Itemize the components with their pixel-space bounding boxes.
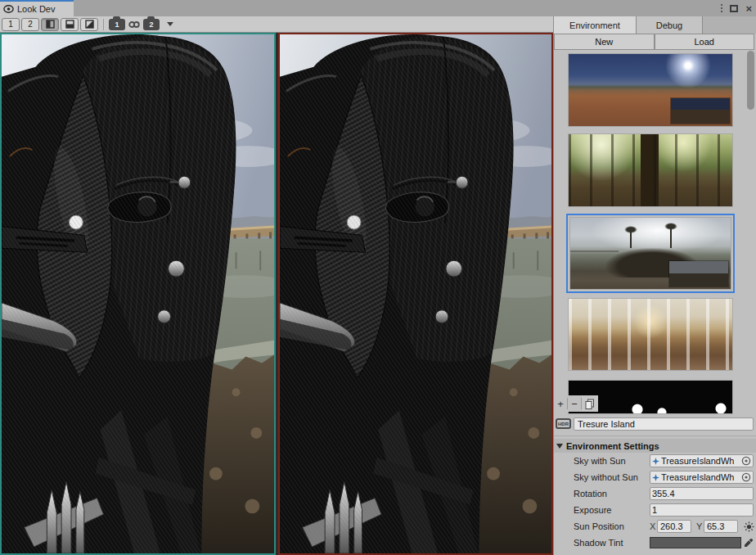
load-environment-button[interactable]: Load	[655, 34, 755, 50]
toolbar-separator	[103, 19, 104, 30]
hdr-badge-icon: HDR	[556, 418, 571, 429]
y-axis-label: Y	[696, 521, 702, 531]
object-picker-icon[interactable]	[741, 456, 751, 466]
tab-environment[interactable]: Environment	[554, 16, 637, 34]
camera-options-dropdown[interactable]	[161, 22, 179, 26]
lookdev-toolbar: 1 2 1	[0, 16, 553, 33]
env-thumbnail-church-interior[interactable]	[569, 299, 732, 370]
exposure-row: Exposure 1	[554, 503, 756, 518]
thumbnail-palm-tree	[670, 227, 672, 248]
sky-with-sun-object-field[interactable]: TreasureIslandWh	[650, 454, 754, 467]
env-thumbnail-desert-sun-inset	[671, 98, 730, 124]
tab-strip-filler	[703, 16, 756, 34]
render-view-2[interactable]	[278, 33, 553, 555]
environment-name-field[interactable]: Tresure Island	[574, 417, 754, 431]
x-axis-label: X	[650, 521, 655, 531]
close-icon[interactable]: ×	[745, 3, 752, 14]
side-by-side-view-button[interactable]	[41, 18, 59, 31]
shadow-tint-eyedropper-button[interactable]	[743, 537, 754, 548]
link-cameras-button[interactable]	[127, 20, 142, 29]
env-thumbnail-selected-border	[566, 214, 735, 293]
split-horizontal-icon	[65, 20, 74, 29]
hdr-name-row: HDR Tresure Island	[554, 417, 756, 433]
exposure-field[interactable]: 1	[650, 503, 754, 517]
texture-asset-icon	[652, 458, 659, 465]
chevron-down-icon	[167, 22, 173, 26]
title-bar: Look Dev ×	[0, 0, 756, 16]
sky-without-sun-object-field[interactable]: TreasureIslandWh	[650, 471, 754, 484]
shadow-tint-color-swatch[interactable]	[650, 537, 741, 548]
env-thumbnail-treasure-island-inset	[669, 261, 728, 287]
sun-position-row: Sun Position X 260.3 Y 65.3	[554, 520, 756, 535]
sun-position-y-field[interactable]: 65.3	[704, 520, 738, 533]
env-thumbnail-desert-sun[interactable]	[569, 54, 732, 126]
split-vertical-icon	[46, 20, 55, 29]
sun-position-picker-button[interactable]	[743, 521, 754, 532]
env-thumbnail-treasure-island[interactable]	[570, 218, 731, 289]
lookdev-viewport	[0, 33, 553, 555]
eye-icon	[3, 5, 14, 13]
sky-without-sun-row: Sky without Sun TreasureIslandWh	[554, 471, 756, 485]
render-view-1[interactable]	[0, 33, 276, 555]
single-view-1-button[interactable]: 1	[2, 18, 20, 31]
object-picker-icon[interactable]	[741, 472, 751, 482]
environment-list-toolbar: + −	[554, 395, 598, 412]
tab-look-dev[interactable]: Look Dev	[0, 0, 74, 16]
eyedropper-icon	[744, 538, 754, 548]
environment-settings-header[interactable]: Environment Settings	[554, 439, 756, 453]
add-environment-button[interactable]: +	[554, 395, 567, 412]
panel-tab-strip: Environment Debug	[554, 16, 756, 34]
texture-asset-icon	[652, 474, 659, 481]
window-menu-icon[interactable]	[721, 4, 722, 12]
maximize-icon[interactable]	[730, 5, 738, 12]
remove-environment-button[interactable]: −	[568, 395, 581, 412]
thumbnail-palm-tree	[630, 230, 632, 248]
camera-2-button[interactable]: 2	[143, 19, 160, 30]
sun-icon	[744, 521, 754, 532]
sky-with-sun-row: Sky with Sun TreasureIslandWh	[554, 454, 756, 469]
duplicate-environment-button[interactable]	[582, 395, 598, 412]
rotation-row: Rotation 355.4	[554, 487, 756, 502]
sun-position-x-field[interactable]: 260.3	[657, 520, 691, 533]
environment-panel: Environment Debug New Load	[553, 16, 756, 555]
env-thumbnail-forest[interactable]	[569, 134, 732, 206]
split-horizontal-view-button[interactable]	[61, 18, 79, 31]
panel-scrollbar[interactable]	[747, 51, 754, 110]
window-tab-title: Look Dev	[17, 4, 55, 14]
single-view-2-button[interactable]: 2	[21, 18, 39, 31]
look-dev-window: Look Dev × 1 2	[0, 0, 756, 555]
copy-icon	[585, 399, 595, 409]
new-environment-button[interactable]: New	[554, 34, 655, 50]
split-diagonal-icon	[85, 20, 94, 29]
camera-1-button[interactable]: 1	[109, 19, 125, 30]
split-zone-view-button[interactable]	[80, 18, 98, 31]
shadow-tint-row: Shadow Tint	[554, 536, 756, 551]
rotation-field[interactable]: 355.4	[650, 487, 754, 500]
tab-debug[interactable]: Debug	[637, 16, 703, 34]
link-icon	[128, 20, 140, 29]
foldout-triangle-icon	[556, 444, 563, 449]
